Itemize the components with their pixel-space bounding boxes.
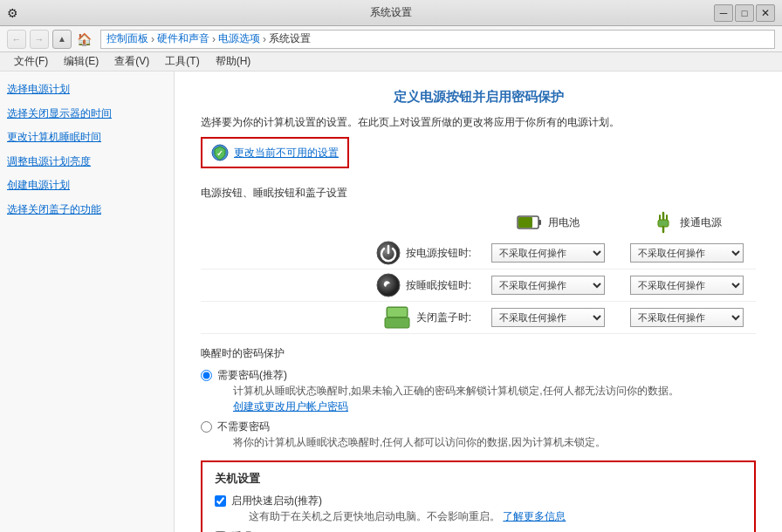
intro-text: 选择要为你的计算机设置的设置。在此页上对设置所做的更改将应用于你所有的电源计划。 [201,114,756,130]
address-bar: ← → ▲ 🏠 控制面板 › 硬件和声音 › 电源选项 › 系统设置 [0,26,782,52]
fast-boot-desc: 这有助于在关机之后更快地启动电脑。不会影响重启。 了解更多信息 [249,508,566,524]
up-btn[interactable]: ▲ [52,30,72,49]
close-btn[interactable]: ✕ [756,4,775,22]
menu-view[interactable]: 查看(V) [107,52,156,71]
menu-bar: 文件(F) 编辑(E) 查看(V) 工具(T) 帮助(H) [0,52,782,72]
create-password-link[interactable]: 创建或更改用户帐户密码 [233,400,348,413]
lid-icon [383,305,411,330]
sidebar-item-3[interactable]: 更改计算机睡眠时间 [7,128,167,147]
shutdown-title: 关机设置 [215,471,742,487]
battery-col-header: 用电池 [485,213,610,232]
shutdown-section: 关机设置 启用快速启动(推荐) 这有助于在关机之后更快地启动电脑。不会影响重启。… [201,460,756,532]
menu-help[interactable]: 帮助(H) [209,52,258,71]
menu-edit[interactable]: 编辑(E) [57,52,106,71]
sleep-btn-label: 按睡眠按钮时: [406,278,471,293]
shield-icon: ✓ [211,144,229,161]
page-title: 定义电源按钮并启用密码保护 [201,89,756,106]
power-button-icon [376,241,401,265]
breadcrumb: 控制面板 › 硬件和声音 › 电源选项 › 系统设置 [100,30,775,49]
breadcrumb-current: 系统设置 [269,31,311,46]
battery-icon [517,213,543,232]
radio-require-password-input[interactable] [201,370,212,381]
radio-no-password: 不需要密码 将你的计算机从睡眠状态唤醒时,任何人都可以访问你的数据,因为计算机未… [201,419,756,450]
svg-rect-3 [538,220,541,225]
forward-btn[interactable]: → [30,30,49,49]
fast-boot-checkbox[interactable] [215,495,226,507]
sidebar-item-2[interactable]: 选择关闭显示器的时间 [7,105,167,124]
radio-require-password: 需要密码(推荐) 计算机从睡眠状态唤醒时,如果未输入正确的密码来解锁计算机锁定,… [201,368,756,414]
power-btn-label: 按电源按钮时: [406,246,471,261]
sidebar-item-6[interactable]: 选择关闭盖子的功能 [7,201,167,220]
table-row: 按睡眠按钮时: 不采取任何操作 不采取任何操作 [201,269,756,302]
back-btn[interactable]: ← [7,30,26,49]
svg-rect-14 [388,308,407,317]
change-settings-link[interactable]: 更改当前不可用的设置 [234,146,339,160]
window-title: 系统设置 [370,5,412,20]
plugged-col-header: 接通电源 [624,211,749,234]
title-bar: ⚙ 系统设置 ─ □ ✕ [0,0,782,26]
lid-battery-select[interactable]: 不采取任何操作 [491,308,605,327]
table-row: 按电源按钮时: 不采取任何操作 不采取任何操作 [201,237,756,269]
sidebar-item-4[interactable]: 调整电源计划亮度 [7,153,167,172]
power-btn-battery-select[interactable]: 不采取任何操作 [491,243,605,263]
power-btn-plugged-select[interactable]: 不采取任何操作 [630,243,744,263]
fast-boot-label: 启用快速启动(推荐) [231,494,566,508]
svg-rect-4 [518,217,532,228]
require-password-label: 需要密码(推荐) [217,368,679,383]
learn-more-link[interactable]: 了解更多信息 [503,510,566,522]
main-content: 选择电源计划 选择关闭显示器的时间 更改计算机睡眠时间 调整电源计划亮度 创建电… [0,72,782,532]
menu-file[interactable]: 文件(F) [7,52,55,71]
minimize-btn[interactable]: ─ [714,4,733,22]
sleep-btn-plugged-select[interactable]: 不采取任何操作 [630,276,744,295]
app-icon: ⚙ [7,6,18,20]
password-section: 唤醒时的密码保护 需要密码(推荐) 计算机从睡眠状态唤醒时,如果未输入正确的密码… [201,346,756,450]
sleep-button-icon [376,273,401,297]
power-plug-icon [652,211,675,234]
sleep-btn-battery-select[interactable]: 不采取任何操作 [491,276,605,295]
change-settings-box[interactable]: ✓ 更改当前不可用的设置 [201,137,349,168]
maximize-btn[interactable]: □ [735,4,754,22]
sidebar-item-1[interactable]: 选择电源计划 [7,80,167,99]
svg-rect-12 [385,317,409,328]
require-password-desc: 计算机从睡眠状态唤醒时,如果未输入正确的密码来解锁计算机锁定,任何人都无法访问你… [233,383,679,414]
fast-boot-row: 启用快速启动(推荐) 这有助于在关机之后更快地启动电脑。不会影响重启。 了解更多… [215,494,742,524]
password-section-title: 唤醒时的密码保护 [201,346,756,361]
power-buttons-title: 电源按钮、睡眠按钮和盖子设置 [201,186,756,201]
svg-text:✓: ✓ [216,149,223,158]
left-sidebar: 选择电源计划 选择关闭显示器的时间 更改计算机睡眠时间 调整电源计划亮度 创建电… [0,72,175,532]
radio-no-password-input[interactable] [201,421,212,433]
content-area: 定义电源按钮并启用密码保护 选择要为你的计算机设置的设置。在此页上对设置所做的更… [175,72,782,532]
lid-label: 关闭盖子时: [416,310,471,325]
menu-tools[interactable]: 工具(T) [158,52,206,71]
sidebar-item-5[interactable]: 创建电源计划 [7,176,167,195]
folder-icon: 🏠 [77,32,92,46]
no-password-label: 不需要密码 [217,419,606,434]
power-table: 用电池 接通电源 [201,208,756,334]
svg-point-11 [377,274,400,297]
no-password-desc: 将你的计算机从睡眠状态唤醒时,任何人都可以访问你的数据,因为计算机未锁定。 [233,434,606,450]
breadcrumb-controlpanel[interactable]: 控制面板 [106,31,148,46]
breadcrumb-power[interactable]: 电源选项 [218,31,260,46]
lid-plugged-select[interactable]: 不采取任何操作 [630,308,744,327]
table-row: 关闭盖子时: 不采取任何操作 不采取任何操作 [201,302,756,334]
breadcrumb-hardware[interactable]: 硬件和声音 [157,31,209,46]
